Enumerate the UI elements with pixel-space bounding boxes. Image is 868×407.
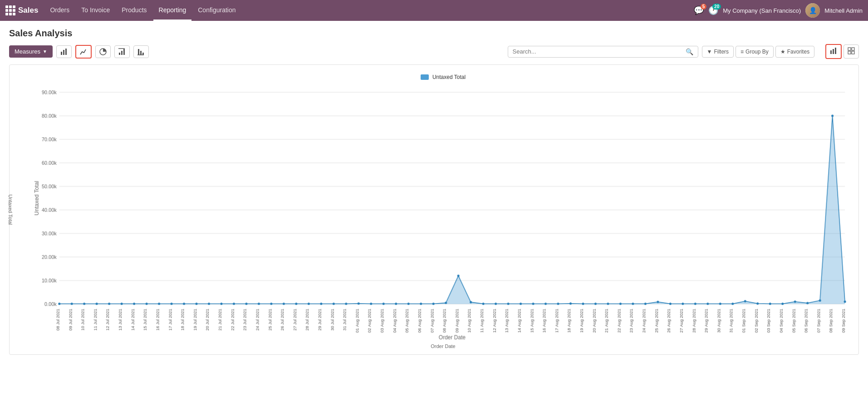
svg-rect-1 (63, 50, 64, 55)
group-by-icon: ≡ (740, 49, 744, 55)
svg-rect-6 (121, 51, 123, 55)
pivot-view-icon (848, 47, 855, 54)
user-name[interactable]: Mitchell Admin (824, 7, 863, 14)
avatar[interactable]: 👤 (805, 3, 820, 18)
nav-reporting[interactable]: Reporting (153, 0, 192, 21)
pie-chart-button[interactable] (95, 45, 111, 58)
app-logo[interactable]: Sales (5, 5, 38, 15)
nav-orders[interactable]: Orders (44, 0, 75, 21)
svg-rect-17 (852, 48, 854, 50)
search-icon[interactable]: 🔍 (686, 48, 693, 55)
bar-chart-button[interactable] (56, 45, 72, 58)
filters-button[interactable]: ▼ Filters (702, 46, 734, 58)
svg-rect-5 (119, 53, 120, 55)
filter-group: ▼ Filters ≡ Group By ★ Favorites (702, 46, 815, 58)
filter-icon: ▼ (707, 49, 712, 55)
favorites-icon: ★ (780, 49, 785, 55)
desc-sort-button[interactable] (133, 45, 149, 58)
clock-badge: 20 (712, 4, 721, 10)
asc-sort-icon (118, 48, 126, 55)
svg-rect-2 (65, 49, 67, 55)
top-menu: Orders To Invoice Products Reporting Con… (44, 0, 691, 21)
bar-chart-icon (60, 48, 68, 55)
graph-view-button[interactable] (825, 44, 842, 59)
svg-rect-16 (848, 48, 851, 50)
svg-rect-3 (80, 48, 87, 55)
desc-sort-icon (137, 48, 145, 55)
svg-rect-19 (852, 51, 854, 54)
toolbar-left: Measures ▼ (9, 45, 149, 59)
search-box: 🔍 (508, 46, 698, 58)
svg-rect-18 (848, 51, 851, 54)
app-brand: Sales (18, 6, 38, 15)
chart-legend: Untaxed Total (32, 74, 854, 80)
filters-label: Filters (714, 49, 729, 55)
svg-rect-15 (835, 48, 836, 54)
svg-rect-10 (140, 51, 142, 55)
svg-rect-13 (830, 50, 832, 54)
nav-to-invoice[interactable]: To Invoice (76, 0, 115, 21)
y-axis-label: Untaxed Total (8, 194, 13, 225)
clock-notification[interactable]: 🕐 20 (708, 5, 718, 15)
favorites-label: Favorites (787, 49, 809, 55)
search-input[interactable] (513, 48, 686, 55)
right-icons (825, 44, 859, 59)
favorites-button[interactable]: ★ Favorites (775, 46, 814, 58)
measures-caret: ▼ (43, 49, 47, 54)
nav-configuration[interactable]: Configuration (192, 0, 241, 21)
svg-rect-7 (123, 49, 125, 55)
page-content: Sales Analysis Measures ▼ (0, 21, 868, 362)
page-title: Sales Analysis (9, 28, 859, 39)
pivot-view-button[interactable] (843, 44, 859, 59)
measures-label: Measures (15, 48, 40, 55)
group-by-label: Group By (745, 49, 769, 55)
svg-rect-9 (138, 49, 139, 55)
legend-color-box (421, 74, 429, 80)
x-axis-label: Order Date (32, 343, 854, 349)
company-name[interactable]: My Company (San Francisco) (723, 7, 801, 14)
asc-sort-button[interactable] (114, 45, 130, 58)
toolbar: Measures ▼ (9, 44, 859, 59)
search-row: 🔍 ▼ Filters ≡ Group By ★ Favorites (508, 44, 859, 59)
group-by-button[interactable]: ≡ Group By (736, 46, 774, 58)
chat-badge: 5 (701, 4, 707, 10)
top-navigation: Sales Orders To Invoice Products Reporti… (0, 0, 868, 21)
grid-icon (5, 5, 15, 15)
graph-view-icon (830, 47, 837, 54)
chart-area (32, 88, 854, 342)
chart-container: Untaxed Total Untaxed Total Order Date (9, 64, 859, 355)
pie-chart-icon (99, 48, 107, 55)
topnav-right: 💬 5 🕐 20 My Company (San Francisco) 👤 Mi… (694, 3, 863, 18)
measures-button[interactable]: Measures ▼ (9, 45, 53, 58)
legend-label: Untaxed Total (432, 74, 466, 80)
line-chart-button[interactable] (75, 45, 92, 59)
line-chart-icon (80, 48, 87, 55)
svg-rect-14 (833, 49, 834, 54)
svg-rect-0 (61, 52, 62, 55)
avatar-image: 👤 (805, 3, 820, 18)
nav-products[interactable]: Products (116, 0, 152, 21)
chat-notification[interactable]: 💬 5 (694, 5, 704, 15)
